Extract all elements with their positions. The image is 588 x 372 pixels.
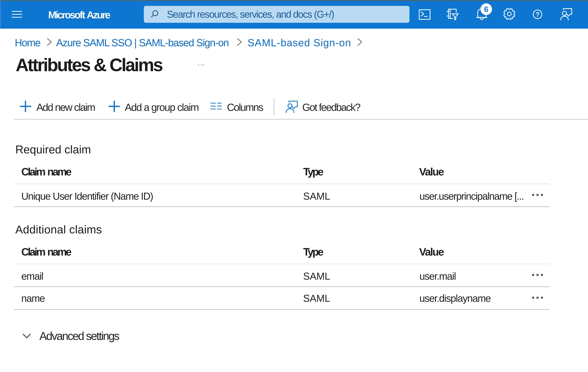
svg-text:?: ?: [536, 11, 540, 18]
svg-text:6: 6: [484, 5, 488, 14]
